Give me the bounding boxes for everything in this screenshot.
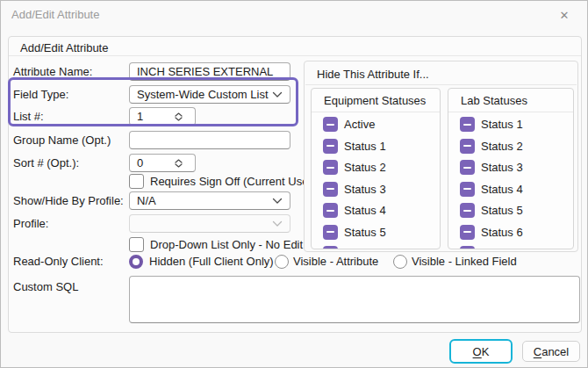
status-list-item[interactable]: Active bbox=[323, 117, 440, 132]
custom-sql-label: Custom SQL bbox=[13, 278, 78, 296]
list-number-spinner[interactable]: 1 bbox=[129, 107, 196, 126]
profile-dropdown-disabled bbox=[129, 214, 290, 233]
indeterminate-dash-icon bbox=[463, 167, 471, 169]
status-list-item[interactable]: Status 4 bbox=[323, 203, 440, 218]
group-name-input[interactable] bbox=[129, 131, 290, 149]
list-number-label: List #: bbox=[13, 107, 44, 126]
status-checkbox-indeterminate[interactable] bbox=[460, 139, 475, 154]
status-list-item[interactable]: Status 3 bbox=[460, 160, 573, 175]
status-checkbox-indeterminate[interactable] bbox=[460, 182, 475, 197]
chevron-down-icon bbox=[272, 198, 283, 205]
add-edit-attribute-dialog: Add/Edit Attribute ✕ Add/Edit Attribute … bbox=[0, 0, 588, 368]
chevron-down-icon bbox=[272, 91, 283, 98]
status-label: Status 2 bbox=[481, 140, 523, 153]
field-type-dropdown[interactable]: System-Wide Custom List bbox=[129, 85, 290, 104]
chevron-down-icon bbox=[272, 220, 283, 227]
status-list-item[interactable]: Status 6 bbox=[460, 225, 573, 240]
custom-sql-textarea[interactable] bbox=[129, 276, 580, 323]
list-number-value: 1 bbox=[137, 110, 143, 123]
status-checkbox-indeterminate[interactable] bbox=[323, 203, 338, 218]
show-hide-by-profile-value: N/A bbox=[137, 194, 156, 207]
drop-down-only-label: Drop-Down List Only - No Edit bbox=[150, 237, 303, 252]
status-checkbox-indeterminate[interactable] bbox=[460, 160, 475, 175]
sort-number-value: 0 bbox=[137, 156, 143, 170]
status-label: Status 5 bbox=[344, 226, 386, 239]
sort-number-label: Sort # (Opt.): bbox=[13, 154, 79, 172]
spinner-updown-icon[interactable] bbox=[175, 112, 183, 121]
close-icon[interactable]: ✕ bbox=[556, 6, 573, 24]
lab-status-list: Status 1Status 2Status 3Status 4Status 5… bbox=[448, 112, 573, 249]
status-label: Status 6 bbox=[344, 247, 386, 249]
group-name-label: Group Name (Opt.) bbox=[13, 131, 111, 149]
radio-visible-attribute[interactable] bbox=[275, 255, 289, 269]
status-list-item[interactable]: Status 4 bbox=[460, 182, 573, 197]
status-label: Status 1 bbox=[344, 140, 386, 153]
sort-number-spinner[interactable]: 0 bbox=[129, 154, 196, 172]
show-hide-by-profile-dropdown[interactable]: N/A bbox=[129, 191, 290, 210]
indeterminate-dash-icon bbox=[463, 231, 471, 233]
status-checkbox-indeterminate[interactable] bbox=[460, 225, 475, 240]
status-list-item[interactable]: Status 2 bbox=[323, 160, 440, 175]
status-checkbox-indeterminate[interactable] bbox=[460, 203, 475, 218]
attribute-name-label: Attribute Name: bbox=[13, 62, 92, 81]
status-label: Status 6 bbox=[481, 226, 523, 239]
status-list-item[interactable]: Status 5 bbox=[323, 225, 440, 240]
status-list-item[interactable]: Status 2 bbox=[460, 139, 573, 154]
status-checkbox-indeterminate[interactable] bbox=[323, 182, 338, 197]
indeterminate-dash-icon bbox=[326, 231, 334, 233]
indeterminate-dash-icon bbox=[326, 188, 334, 190]
spinner-updown-icon[interactable] bbox=[175, 159, 183, 168]
status-checkbox-indeterminate[interactable] bbox=[460, 246, 475, 249]
indeterminate-dash-icon bbox=[463, 124, 471, 126]
indeterminate-dash-icon bbox=[463, 210, 471, 212]
hide-attribute-panel-title: Hide This Attribute If... bbox=[317, 68, 429, 81]
drop-down-only-checkbox[interactable] bbox=[129, 237, 144, 252]
equipment-status-list: ActiveStatus 1Status 2Status 3Status 4St… bbox=[312, 112, 440, 249]
requires-sign-off-checkbox[interactable] bbox=[129, 174, 144, 189]
status-label: Status 7 bbox=[481, 247, 523, 249]
equipment-statuses-title: Equipment Statuses bbox=[324, 94, 426, 107]
profile-label: Profile: bbox=[13, 214, 48, 233]
status-checkbox-indeterminate[interactable] bbox=[323, 117, 338, 132]
indeterminate-dash-icon bbox=[463, 188, 471, 190]
form-header-divider bbox=[9, 55, 581, 56]
form-groupbox-title: Add/Edit Attribute bbox=[20, 41, 108, 54]
indeterminate-dash-icon bbox=[326, 124, 334, 126]
hide-attribute-panel: Hide This Attribute If... Equipment Stat… bbox=[304, 61, 578, 252]
radio-hidden-full-client-label: Hidden (Full Client Only) bbox=[149, 255, 274, 269]
status-list-item[interactable]: Status 1 bbox=[323, 139, 440, 154]
status-checkbox-indeterminate[interactable] bbox=[323, 139, 338, 154]
status-checkbox-indeterminate[interactable] bbox=[460, 117, 475, 132]
status-label: Status 4 bbox=[344, 204, 386, 217]
status-checkbox-indeterminate[interactable] bbox=[323, 225, 338, 240]
window-title: Add/Edit Attribute bbox=[11, 8, 99, 21]
status-checkbox-indeterminate[interactable] bbox=[323, 160, 338, 175]
ok-button[interactable]: OK bbox=[449, 339, 513, 364]
status-label: Status 4 bbox=[481, 183, 523, 196]
status-list-item[interactable]: Status 7 bbox=[460, 246, 573, 249]
status-list-item[interactable]: Status 3 bbox=[323, 182, 440, 197]
radio-visible-linked-field[interactable] bbox=[393, 255, 407, 269]
hide-panel-header-divider bbox=[305, 84, 577, 85]
field-type-value: System-Wide Custom List bbox=[137, 88, 269, 101]
status-label: Status 1 bbox=[481, 118, 523, 131]
attribute-name-input[interactable]: INCH SERIES EXTERNAL bbox=[129, 62, 290, 81]
status-checkbox-indeterminate[interactable] bbox=[323, 246, 338, 249]
status-label: Status 3 bbox=[344, 183, 386, 196]
attribute-name-value: INCH SERIES EXTERNAL bbox=[137, 65, 273, 78]
status-label: Status 2 bbox=[344, 161, 386, 174]
equipment-statuses-box: Equipment Statuses ActiveStatus 1Status … bbox=[311, 88, 441, 249]
lab-statuses-title: Lab Statuses bbox=[461, 94, 527, 107]
radio-visible-attribute-label: Visible - Attribute bbox=[293, 255, 378, 269]
indeterminate-dash-icon bbox=[326, 145, 334, 147]
status-label: Active bbox=[344, 118, 375, 131]
radio-hidden-full-client[interactable] bbox=[129, 255, 143, 269]
read-only-client-label: Read-Only Client: bbox=[13, 255, 104, 269]
status-label: Status 3 bbox=[481, 161, 523, 174]
status-list-item[interactable]: Status 6 bbox=[323, 246, 440, 249]
status-list-item[interactable]: Status 1 bbox=[460, 117, 573, 132]
indeterminate-dash-icon bbox=[326, 167, 334, 169]
show-hide-by-profile-label: Show/Hide By Profile: bbox=[13, 191, 124, 210]
cancel-button[interactable]: Cancel bbox=[522, 341, 580, 362]
status-list-item[interactable]: Status 5 bbox=[460, 203, 573, 218]
